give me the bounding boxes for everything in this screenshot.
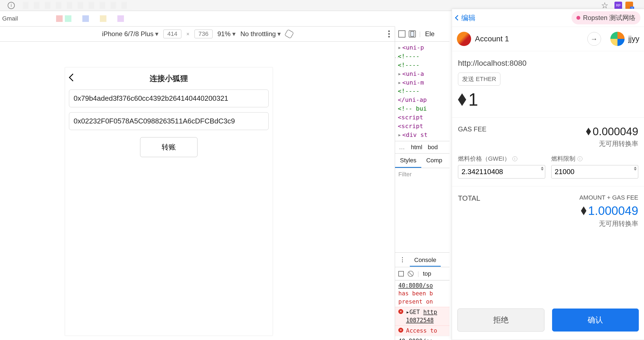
width-input[interactable] [163,30,181,38]
send-amount-value: 1 [468,90,478,110]
console-header: ⋮ Console [395,252,449,267]
reject-button[interactable]: 拒绝 [457,309,544,332]
back-icon[interactable] [69,74,77,81]
send-ether-badge: 发送 ETHER [458,73,500,86]
eth-icon [581,206,586,215]
total-value: 1.000049 [579,204,638,218]
gas-price-input[interactable] [458,165,545,178]
confirm-button[interactable]: 确认 [552,309,639,332]
from-avatar [457,32,471,46]
app-body: 0x79b4aded3f376c60cc4392b264140440200321… [65,90,272,157]
address-field-2[interactable]: 0x02232F0F0578A5C0988263511A6cDFCBdC3c9 [69,112,269,130]
console-row: 40:8080/so has been b present on [395,280,449,307]
inspect-icon[interactable] [398,30,405,38]
throttling-select[interactable]: No throttling [240,30,281,38]
transfer-button[interactable]: 转账 [140,137,198,157]
gas-section: GAS FEE 0.000049 无可用转换率 燃料价格（GWEI） i [452,117,644,186]
dom-breadcrumb[interactable]: … html bod [395,141,449,154]
amount-plus-fee-label: AMOUNT + GAS FEE [579,194,638,201]
gas-limit-input[interactable] [551,165,639,178]
device-select[interactable]: iPhone 6/7/8 Plus [102,30,158,38]
gas-fee-label: GAS FEE [458,125,486,133]
panel-resize-handle[interactable]: ··· [395,55,401,60]
devtools-top-bar: | Ele [395,27,449,42]
account-row: Account 1 → jjyy [452,27,644,51]
extension-rp-icon[interactable]: RP [614,2,622,9]
info-icon[interactable]: i [578,156,582,161]
bookmark-items-obscured [56,15,124,22]
height-input[interactable] [195,30,213,38]
tab-computed[interactable]: Comp [421,154,447,168]
gas-price-stepper[interactable] [541,167,544,171]
network-pill[interactable]: Ropsten 测试网络 [572,11,640,24]
bookmark-gmail[interactable]: Gmail [2,15,18,22]
console-row: ✕ ▸GET http 10872548 [395,307,449,325]
gas-price-label: 燃料价格（GWEI） i [458,155,545,163]
tab-styles[interactable]: Styles [395,154,421,168]
from-account-name: Account 1 [475,34,509,43]
device-mode-icon[interactable] [409,30,416,38]
styles-filter[interactable]: Filter [395,168,449,181]
gas-limit-stepper[interactable] [634,167,637,171]
origin-url: http://localhost:8080 [458,59,638,68]
network-status-dot [576,16,580,20]
chevron-left-icon [455,15,460,21]
to-avatar [610,32,625,46]
tab-console[interactable]: Console [410,253,441,267]
address-field-1[interactable]: 0x79b4aded3f376c60cc4392b264140440200321 [69,90,269,107]
console-scope[interactable]: top [423,270,431,277]
app-header: 连接小狐狸 [65,68,272,90]
console-row: ✕ Access to [395,325,449,336]
device-toolbar: iPhone 6/7/8 Plus × 91% No throttling [0,26,395,42]
devtools-panel: | Ele <uni-p <!---- <!---- <uni-a <uni-m… [395,27,449,340]
styles-tabs: Styles Comp [395,154,449,168]
edit-button[interactable]: 编辑 [456,13,475,23]
direction-arrow-icon: → [587,32,601,46]
dom-tree[interactable]: <uni-p <!---- <!---- <uni-a <uni-m <!---… [395,42,449,141]
eth-icon [586,128,591,136]
phone-frame: 连接小狐狸 0x79b4aded3f376c60cc4392b264140440… [65,67,273,336]
gas-limit-label: 燃料限制 i [551,155,639,163]
extension-metamask-icon[interactable]: 1 [625,2,633,9]
mm-button-row: 拒绝 确认 [452,302,644,340]
page-title: 连接小狐狸 [150,73,188,84]
mm-header: 编辑 Ropsten 测试网络 [452,9,644,27]
console-play-icon[interactable] [398,271,404,276]
total-rate: 无可用转换率 [579,219,638,228]
dimensions-x-label: × [186,31,190,37]
send-amount: 1 [452,87,644,117]
console-area: ⋮ Console | top 40:8080/so has been b pr… [395,252,449,340]
info-icon[interactable]: i [8,2,15,9]
rotate-icon[interactable] [284,29,294,39]
console-row: 40:8080/so [395,336,449,340]
zoom-select[interactable]: 91% [217,30,236,38]
metamask-popup: 编辑 Ropsten 测试网络 Account 1 → jjyy http://… [452,9,644,340]
origin-section: http://localhost:8080 发送 ETHER [452,51,644,87]
clear-console-icon[interactable] [408,271,414,277]
gas-fee-rate: 无可用转换率 [586,139,638,148]
gas-fee-value: 0.000049 [586,125,638,138]
total-section: TOTAL AMOUNT + GAS FEE 1.000049 无可用转换率 [452,186,644,236]
address-bar-obscured[interactable] [23,2,132,9]
tab-elements[interactable]: Ele [424,30,436,38]
console-menu[interactable]: ⋮ [395,256,410,263]
console-messages: 40:8080/so has been b present on ✕ ▸GET … [395,280,449,340]
preview-stage: 连接小狐狸 0x79b4aded3f376c60cc4392b264140440… [0,42,395,340]
eth-icon [458,93,466,106]
info-icon[interactable]: i [512,156,517,161]
device-toolbar-menu[interactable] [388,30,390,38]
console-toolbar: | top [395,267,449,280]
to-account-name: jjyy [628,34,639,43]
total-label: TOTAL [458,194,480,203]
